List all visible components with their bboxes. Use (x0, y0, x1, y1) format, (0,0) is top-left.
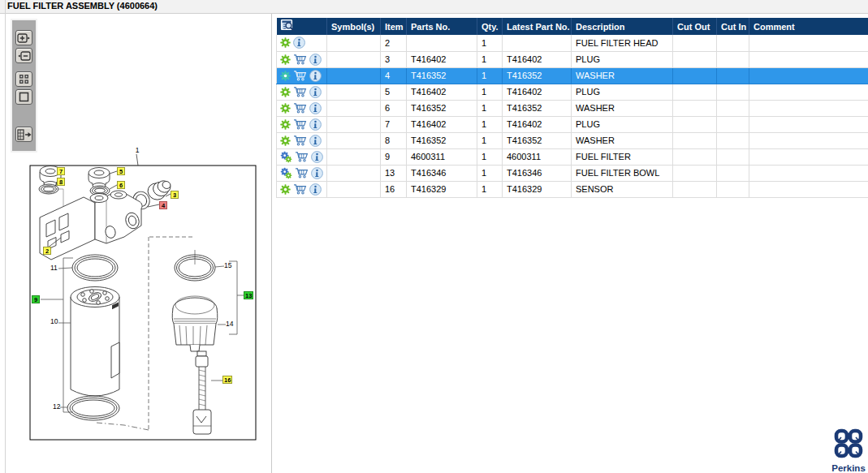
gears-icon[interactable] (280, 167, 292, 179)
cell-item: 5 (381, 84, 407, 100)
cell-symbols (327, 116, 381, 132)
cell-latest-part-no: T416402 (503, 84, 572, 100)
info-icon[interactable] (311, 167, 323, 179)
cell-item: 16 (381, 181, 407, 197)
part-callout-6[interactable]: 6 (117, 181, 125, 189)
cell-cut-in (717, 165, 749, 181)
header-search-cell[interactable] (277, 18, 327, 35)
cell-qty: 1 (477, 165, 503, 181)
table-row[interactable]: 9 4600311 1 4600311 FUEL FILTER (277, 148, 868, 165)
info-icon[interactable] (309, 102, 322, 114)
cell-parts-no: 4600311 (407, 148, 477, 165)
gear-icon[interactable] (280, 37, 291, 48)
cell-description: PLUG (572, 116, 673, 132)
cell-description: FUEL FILTER HEAD (572, 35, 673, 51)
gear-icon[interactable] (280, 119, 291, 130)
cell-cut-out (673, 100, 717, 116)
gear-icon[interactable] (280, 87, 291, 97)
cell-cut-out (673, 67, 717, 84)
cart-icon[interactable] (295, 151, 309, 162)
fit-view-button[interactable] (15, 89, 32, 105)
left-divider (5, 0, 6, 473)
cart-icon[interactable] (293, 86, 307, 97)
part-callout-4[interactable]: 4 (159, 201, 167, 209)
gear-icon[interactable] (280, 54, 291, 65)
part-callout-8[interactable]: 8 (57, 178, 65, 186)
part-callout-2[interactable]: 2 (43, 247, 51, 255)
parts-catalog-window: FUEL FILTER ASSEMBLY (4600664) (0, 0, 868, 473)
cell-cut-in (717, 100, 749, 116)
cell-symbols (327, 132, 381, 148)
cell-item: 8 (381, 132, 407, 148)
part-callout-16[interactable]: 16 (222, 376, 232, 384)
cell-symbols (327, 35, 381, 51)
part-callout-7[interactable]: 7 (57, 167, 65, 175)
cell-qty: 1 (477, 132, 503, 148)
cart-icon[interactable] (293, 183, 307, 195)
tile-view-button[interactable] (15, 71, 32, 87)
table-row[interactable]: 2 1 FUEL FILTER HEAD (277, 35, 868, 51)
info-icon[interactable] (311, 151, 323, 163)
cell-item: 2 (381, 35, 407, 51)
cell-parts-no: T416352 (407, 132, 477, 148)
info-icon[interactable] (309, 135, 322, 147)
zoom-out-button[interactable] (15, 48, 32, 63)
info-icon[interactable] (309, 86, 322, 98)
perkins-logo: Perkins (830, 428, 867, 471)
cell-cut-out (673, 165, 717, 181)
row-actions (277, 67, 327, 84)
show-table-button[interactable] (15, 127, 32, 142)
table-row[interactable]: 16 T416329 1 T416329 SENSOR (277, 181, 868, 197)
cell-cut-in (717, 181, 749, 197)
info-icon[interactable] (293, 37, 305, 49)
table-header-row: Symbol(s)ItemParts No.Qty.Latest Part No… (277, 18, 868, 35)
info-icon[interactable] (309, 54, 322, 66)
cell-description: SENSOR (572, 181, 673, 197)
cart-icon[interactable] (293, 70, 307, 81)
part-callout-14: 14 (225, 320, 234, 329)
column-header: Latest Part No. (503, 18, 572, 35)
cell-cut-in (717, 148, 749, 165)
gears-icon[interactable] (280, 151, 292, 163)
info-icon[interactable] (309, 183, 322, 196)
cart-icon[interactable] (293, 118, 307, 130)
cell-latest-part-no (503, 35, 572, 51)
table-row[interactable]: 3 T416402 1 T416402 PLUG (277, 51, 868, 67)
cart-icon[interactable] (293, 102, 307, 114)
cell-latest-part-no: T416352 (503, 67, 572, 84)
cell-comment (749, 148, 868, 165)
table-row[interactable]: 7 T416402 1 T416402 PLUG (277, 116, 868, 132)
part-callout-12: 12 (52, 403, 61, 411)
gear-icon[interactable] (280, 135, 291, 146)
table-row[interactable]: 8 T416352 1 T416352 WASHER (277, 132, 868, 148)
cell-qty: 1 (477, 148, 503, 165)
info-icon[interactable] (309, 70, 322, 82)
gear-icon[interactable] (280, 184, 291, 195)
callout-layer: 17856342911101215141316 (27, 146, 258, 450)
zoom-in-button[interactable] (15, 30, 32, 45)
part-callout-13[interactable]: 13 (244, 291, 253, 299)
cell-item: 3 (381, 51, 407, 67)
gear-icon[interactable] (280, 103, 291, 114)
table-row[interactable]: 5 T416402 1 T416402 PLUG (277, 84, 868, 100)
part-callout-3[interactable]: 3 (171, 191, 179, 199)
cell-latest-part-no: 4600311 (503, 148, 572, 165)
cell-item: 7 (381, 116, 407, 132)
column-header: Parts No. (407, 18, 477, 35)
table-row[interactable]: 6 T416352 1 T416352 WASHER (277, 100, 868, 116)
part-callout-9[interactable]: 9 (32, 295, 40, 303)
cart-icon[interactable] (293, 54, 307, 65)
brand-mark-icon (834, 448, 863, 462)
cell-latest-part-no: T416329 (503, 181, 572, 197)
cart-icon[interactable] (293, 135, 307, 146)
cell-qty: 1 (477, 67, 503, 84)
table-row[interactable]: 4 T416352 1 T416352 WASHER (277, 67, 868, 84)
cell-qty: 1 (477, 35, 503, 51)
table-row[interactable]: 13 T416346 1 T416346 FUEL FILTER BOWL (277, 165, 868, 181)
gear-icon[interactable] (280, 71, 291, 81)
cart-icon[interactable] (295, 167, 309, 178)
info-icon[interactable] (309, 118, 322, 131)
cell-parts-no: T416402 (407, 51, 477, 67)
part-callout-5[interactable]: 5 (117, 167, 125, 175)
table-search-icon[interactable] (280, 24, 296, 34)
